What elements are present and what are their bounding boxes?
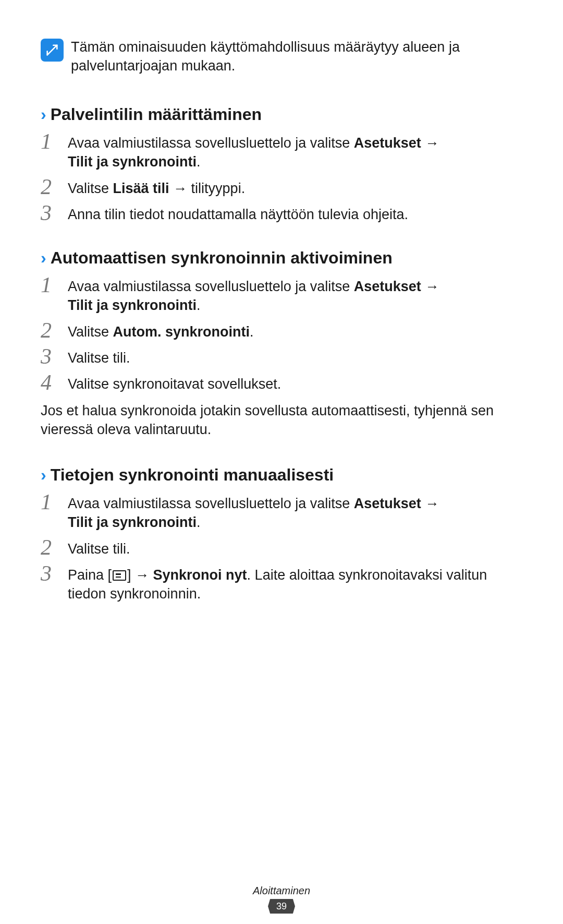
step-number: 3 [41, 562, 58, 584]
page-content: Tämän ominaisuuden käyttömahdollisuus mä… [0, 0, 563, 604]
step-number: 1 [41, 130, 58, 152]
step-text: Avaa valmiustilassa sovellusluettelo ja … [68, 131, 439, 172]
section-title: Palvelintilin määrittäminen [51, 105, 262, 124]
step-item: 1 Avaa valmiustilassa sovellusluettelo j… [41, 131, 522, 172]
section-heading-auto-sync: › Automaattisen synkronoinnin aktivoimin… [41, 248, 522, 268]
step-item: 3 Valitse tili. [41, 346, 522, 367]
step-item: 2 Valitse Lisää tili → tilityyppi. [41, 177, 522, 198]
step-number: 1 [41, 491, 58, 513]
step-number: 4 [41, 371, 58, 393]
step-item: 3 Paina [] → Synkronoi nyt. Laite aloitt… [41, 563, 522, 604]
step-item: 1 Avaa valmiustilassa sovellusluettelo j… [41, 275, 522, 315]
step-number: 3 [41, 202, 58, 224]
step-number: 1 [41, 274, 58, 296]
step-number: 3 [41, 345, 58, 367]
step-item: 2 Valitse tili. [41, 537, 522, 558]
step-item: 4 Valitse synkronoitavat sovellukset. [41, 373, 522, 393]
step-text: Valitse Autom. synkronointi. [68, 320, 254, 341]
step-list: 1 Avaa valmiustilassa sovellusluettelo j… [41, 131, 522, 224]
note-icon [41, 39, 64, 62]
section-heading-server-account: › Palvelintilin määrittäminen [41, 105, 522, 124]
note-text: Tämän ominaisuuden käyttömahdollisuus mä… [71, 38, 522, 76]
step-item: 2 Valitse Autom. synkronointi. [41, 320, 522, 341]
step-text: Valitse synkronoitavat sovellukset. [68, 373, 281, 393]
section-title: Automaattisen synkronoinnin aktivoiminen [51, 248, 393, 268]
section-heading-manual-sync: › Tietojen synkronointi manuaalisesti [41, 465, 522, 485]
step-list: 1 Avaa valmiustilassa sovellusluettelo j… [41, 275, 522, 394]
step-text: Valitse tili. [68, 537, 130, 558]
chevron-icon: › [41, 465, 46, 485]
step-text: Anna tilin tiedot noudattamalla näyttöön… [68, 203, 408, 224]
footer-section-name: Aloittaminen [0, 885, 563, 897]
section-note: Jos et halua synkronoida jotakin sovellu… [41, 401, 522, 439]
info-note: Tämän ominaisuuden käyttömahdollisuus mä… [41, 38, 522, 76]
step-number: 2 [41, 319, 58, 341]
step-text: Paina [] → Synkronoi nyt. Laite aloittaa… [68, 563, 522, 604]
step-text: Valitse tili. [68, 346, 130, 367]
menu-icon [113, 570, 126, 581]
step-text: Avaa valmiustilassa sovellusluettelo ja … [68, 492, 439, 532]
chevron-icon: › [41, 248, 46, 268]
chevron-icon: › [41, 105, 46, 124]
step-item: 1 Avaa valmiustilassa sovellusluettelo j… [41, 492, 522, 532]
section-title: Tietojen synkronointi manuaalisesti [51, 465, 334, 485]
step-item: 3 Anna tilin tiedot noudattamalla näyttö… [41, 203, 522, 224]
step-text: Avaa valmiustilassa sovellusluettelo ja … [68, 275, 439, 315]
page-number: 39 [268, 899, 295, 914]
step-text: Valitse Lisää tili → tilityyppi. [68, 177, 245, 198]
step-number: 2 [41, 176, 58, 198]
step-number: 2 [41, 536, 58, 558]
step-list: 1 Avaa valmiustilassa sovellusluettelo j… [41, 492, 522, 604]
